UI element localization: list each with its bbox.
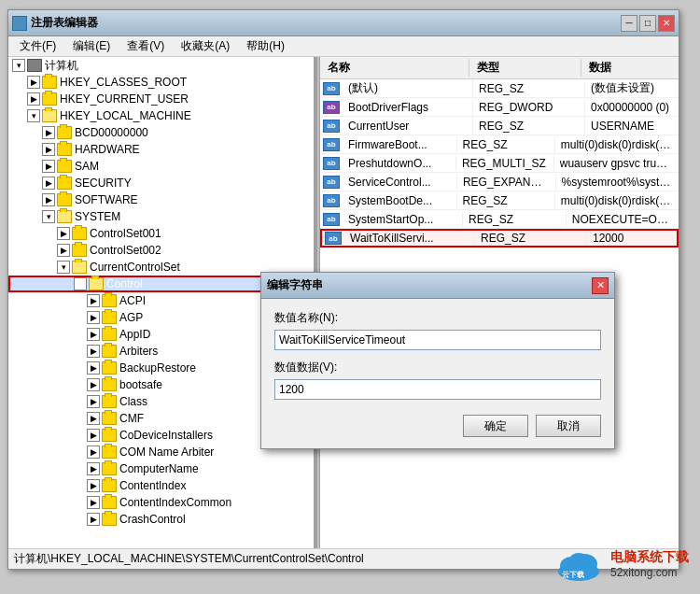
col-header-type[interactable]: 类型 bbox=[469, 59, 581, 77]
expand-software[interactable]: ▶ bbox=[42, 193, 55, 206]
expand-bcd[interactable]: ▶ bbox=[42, 126, 55, 139]
reg-row-currentuser[interactable]: ab CurrentUser REG_SZ USERNAME bbox=[320, 117, 679, 135]
expand-comnamearbiter[interactable]: ▶ bbox=[87, 446, 100, 459]
expand-appid[interactable]: ▶ bbox=[87, 328, 100, 341]
reg-row-bootdriverflags[interactable]: ab BootDriverFlags REG_DWORD 0x00000000 … bbox=[320, 98, 679, 117]
tree-item-computername[interactable]: ▶ ComputerName bbox=[8, 460, 314, 477]
expand-css001[interactable]: ▶ bbox=[57, 227, 70, 240]
expand-computername[interactable]: ▶ bbox=[87, 462, 100, 475]
reg-row-firmwareboot[interactable]: ab FirmwareBoot... REG_SZ multi(0)disk(0… bbox=[320, 135, 679, 154]
watermark-line1: 电脑系统下载 bbox=[610, 549, 689, 566]
tree-item-hklm[interactable]: ▾ HKEY_LOCAL_MACHINE bbox=[8, 107, 314, 124]
menu-help[interactable]: 帮助(H) bbox=[239, 36, 292, 56]
expand-system[interactable]: ▾ bbox=[42, 210, 55, 223]
status-text: 计算机\HKEY_LOCAL_MACHINE\SYSTEM\CurrentCon… bbox=[14, 551, 364, 567]
close-button[interactable]: ✕ bbox=[658, 15, 675, 32]
reg-data-3: multi(0)disk(0)rdisk(0)parti bbox=[555, 137, 679, 152]
maximize-button[interactable]: □ bbox=[639, 15, 656, 32]
expand-arbiters[interactable]: ▶ bbox=[87, 345, 100, 358]
folder-icon-bcd bbox=[57, 126, 72, 139]
tree-label-control: Control bbox=[106, 277, 143, 290]
dialog-data-input[interactable] bbox=[274, 379, 601, 400]
reg-icon-1: ab bbox=[323, 101, 340, 114]
tree-item-computer[interactable]: ▾ 计算机 bbox=[8, 57, 314, 74]
expand-hkcr[interactable]: ▶ bbox=[27, 76, 40, 89]
reg-data-1: 0x00000000 (0) bbox=[585, 100, 675, 115]
expand-backuprestore[interactable]: ▶ bbox=[87, 361, 100, 375]
app-icon bbox=[12, 16, 27, 31]
reg-data-8: 12000 bbox=[587, 231, 629, 246]
expand-control[interactable]: ▾ bbox=[74, 277, 87, 290]
tree-item-security[interactable]: ▶ SECURITY bbox=[8, 175, 314, 191]
folder-icon-agp bbox=[102, 311, 117, 324]
folder-icon-comnamearbiter bbox=[102, 446, 117, 459]
col-header-name[interactable]: 名称 bbox=[320, 59, 469, 77]
expand-css002[interactable]: ▶ bbox=[57, 244, 70, 257]
menu-favorites[interactable]: 收藏夹(A) bbox=[174, 36, 237, 56]
minimize-button[interactable]: ─ bbox=[621, 15, 637, 32]
dialog-ok-button[interactable]: 确定 bbox=[463, 415, 528, 437]
folder-icon-hkcu bbox=[42, 92, 57, 106]
computer-icon bbox=[27, 59, 42, 72]
tree-item-css002[interactable]: ▶ ControlSet002 bbox=[8, 242, 314, 259]
expand-computer[interactable]: ▾ bbox=[12, 59, 25, 72]
tree-label-hklm: HKEY_LOCAL_MACHINE bbox=[60, 109, 191, 122]
tree-item-contentindexcommon[interactable]: ▶ ContentIndexCommon bbox=[8, 494, 314, 511]
folder-icon-software bbox=[57, 193, 72, 206]
tree-item-sam[interactable]: ▶ SAM bbox=[8, 158, 314, 175]
expand-security[interactable]: ▶ bbox=[42, 177, 55, 190]
expand-hkcu[interactable]: ▶ bbox=[27, 92, 40, 106]
reg-type-8: REG_SZ bbox=[475, 231, 587, 246]
reg-row-systembootde[interactable]: ab SystemBootDe... REG_SZ multi(0)disk(0… bbox=[320, 191, 679, 210]
reg-icon-2: ab bbox=[323, 120, 340, 133]
tree-item-hkcr[interactable]: ▶ HKEY_CLASSES_ROOT bbox=[8, 74, 314, 91]
expand-contentindex[interactable]: ▶ bbox=[87, 479, 100, 492]
expand-sam[interactable]: ▶ bbox=[42, 160, 55, 173]
expand-class[interactable]: ▶ bbox=[87, 395, 100, 408]
reg-icon-8: ab bbox=[325, 232, 342, 245]
tree-item-hardware[interactable]: ▶ HARDWARE bbox=[8, 141, 314, 158]
folder-icon-codeviceinstallers bbox=[102, 429, 117, 442]
expand-bootsafe[interactable]: ▶ bbox=[87, 378, 100, 391]
tree-item-system[interactable]: ▾ SYSTEM bbox=[8, 208, 314, 225]
reg-row-systemstartop[interactable]: ab SystemStartOp... REG_SZ NOEXECUTE=OPT… bbox=[320, 210, 679, 229]
tree-item-bcd[interactable]: ▶ BCD00000000 bbox=[8, 124, 314, 141]
folder-icon-hardware bbox=[57, 143, 72, 156]
folder-icon-computername bbox=[102, 462, 117, 475]
expand-ccs[interactable]: ▾ bbox=[57, 261, 70, 274]
menu-view[interactable]: 查看(V) bbox=[119, 36, 172, 56]
reg-row-servicecontrol[interactable]: ab ServiceControl... REG_EXPAND_SZ %syst… bbox=[320, 173, 679, 191]
menu-edit[interactable]: 编辑(E) bbox=[65, 36, 118, 56]
tree-label-agp: AGP bbox=[119, 311, 143, 324]
col-header-data[interactable]: 数据 bbox=[581, 59, 679, 77]
expand-cmf[interactable]: ▶ bbox=[87, 412, 100, 425]
folder-icon-ccs bbox=[72, 261, 87, 274]
tree-label-comnamearbiter: COM Name Arbiter bbox=[119, 446, 214, 459]
reg-name-0: (默认) bbox=[343, 79, 473, 97]
tree-item-hkcu[interactable]: ▶ HKEY_CURRENT_USER bbox=[8, 91, 314, 107]
tree-item-css001[interactable]: ▶ ControlSet001 bbox=[8, 225, 314, 242]
dialog-cancel-button[interactable]: 取消 bbox=[536, 415, 601, 437]
reg-data-6: multi(0)disk(0)rdisk(0)parti bbox=[555, 193, 679, 208]
tree-item-contentindex[interactable]: ▶ ContentIndex bbox=[8, 477, 314, 494]
reg-row-waittokill[interactable]: ab WaitToKillServi... REG_SZ 12000 bbox=[320, 229, 679, 248]
menu-file[interactable]: 文件(F) bbox=[12, 36, 63, 56]
expand-contentindexcommon[interactable]: ▶ bbox=[87, 496, 100, 509]
expand-agp[interactable]: ▶ bbox=[87, 311, 100, 324]
expand-codeviceinstallers[interactable]: ▶ bbox=[87, 429, 100, 442]
expand-hklm[interactable]: ▾ bbox=[27, 109, 40, 122]
dialog-close-button[interactable]: ✕ bbox=[592, 277, 609, 294]
dialog-body: 数值名称(N): 数值数据(V): 确定 取消 bbox=[261, 299, 614, 448]
dialog-name-input[interactable] bbox=[274, 330, 601, 350]
expand-hardware[interactable]: ▶ bbox=[42, 143, 55, 156]
folder-icon-sam bbox=[57, 160, 72, 173]
expand-acpi[interactable]: ▶ bbox=[87, 294, 100, 307]
tree-label-hkcu: HKEY_CURRENT_USER bbox=[60, 92, 189, 106]
folder-icon-appid bbox=[102, 328, 117, 341]
tree-item-crashcontrol[interactable]: ▶ CrashControl bbox=[8, 511, 314, 528]
reg-data-2: USERNAME bbox=[585, 119, 660, 134]
tree-item-software[interactable]: ▶ SOFTWARE bbox=[8, 191, 314, 208]
reg-row-default[interactable]: ab (默认) REG_SZ (数值未设置) bbox=[320, 79, 679, 98]
reg-row-preshutdown[interactable]: ab PreshutdownO... REG_MULTI_SZ wuauserv… bbox=[320, 154, 679, 173]
expand-crashcontrol[interactable]: ▶ bbox=[87, 513, 100, 526]
